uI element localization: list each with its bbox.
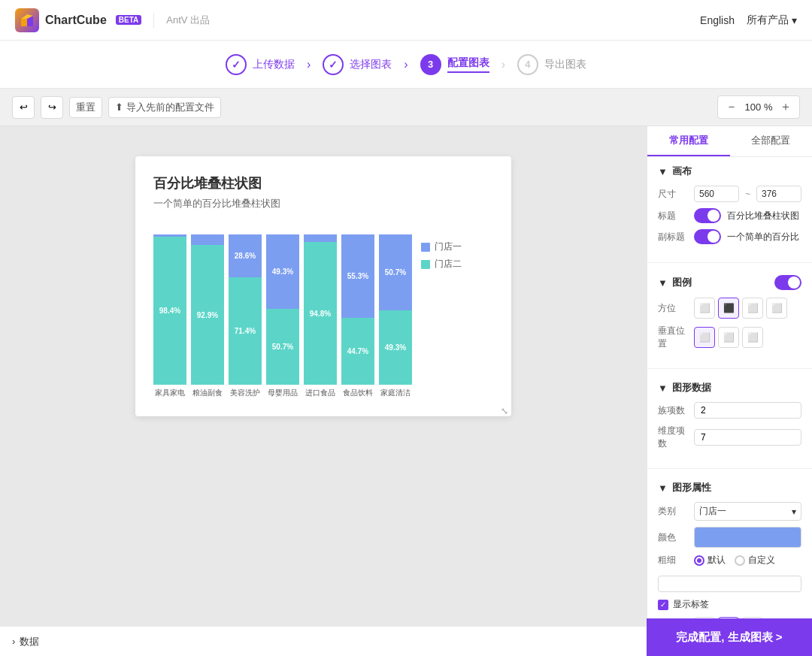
checkmark-icon-2: ✓ <box>329 59 338 71</box>
title-label: 标题 <box>658 210 688 222</box>
category-select[interactable]: 门店一 ▾ <box>694 502 801 521</box>
logo: ChartCube BETA <box>15 8 141 32</box>
tab-common[interactable]: 常用配置 <box>647 126 730 156</box>
chevron-down-icon-2: ▾ <box>792 506 796 517</box>
header-right: English 所有产品 ▾ <box>700 14 797 27</box>
thickness-custom-radio[interactable]: 自定义 <box>735 554 775 567</box>
color-label: 颜色 <box>658 531 688 544</box>
zoom-control: － 100 % ＋ <box>717 95 800 119</box>
redo-button[interactable]: ↪ <box>41 96 63 119</box>
thickness-default-radio[interactable]: 默认 <box>694 554 726 567</box>
reset-button[interactable]: 重置 <box>69 97 102 118</box>
step-3[interactable]: 3 配置图表 <box>420 54 489 75</box>
legend-color-2 <box>421 260 430 269</box>
bar-segment-green: 98.4% <box>153 237 186 385</box>
steps-bar: ✓ 上传数据 › ✓ 选择图表 › 3 配置图表 › 4 导出图表 <box>0 41 812 89</box>
chart-title: 百分比堆叠柱状图 <box>153 174 493 192</box>
dim-input[interactable] <box>694 429 801 446</box>
zoom-out-button[interactable]: － <box>726 99 738 115</box>
lang-button[interactable]: English <box>700 14 735 26</box>
step-4[interactable]: 4 导出图表 <box>517 54 586 75</box>
props-section-header[interactable]: ▼ 图形属性 <box>658 481 801 494</box>
legend-vertical-label: 垂直位置 <box>658 325 688 350</box>
pos-left-btn[interactable]: ⬜ <box>694 298 715 319</box>
undo-button[interactable]: ↩ <box>12 96 35 119</box>
bar-segment-blue: 50.7% <box>379 234 412 310</box>
step-2[interactable]: ✓ 选择图表 <box>323 54 392 75</box>
chart-container: 98.4%家具家电92.9%粮油副食28.6%71.4%美容洗护49.3%50.… <box>153 225 412 398</box>
size-width-input[interactable] <box>694 186 739 202</box>
canvas-section-header[interactable]: ▼ 画布 <box>658 165 801 178</box>
legend-section-header[interactable]: ▼ 图例 <box>658 275 801 290</box>
subtitle-field: 副标题 一个简单的百分比 <box>658 229 801 244</box>
legend-vertical-group: ⬜ ⬜ ⬜ <box>694 327 763 348</box>
bar-group: 98.4%家具家电 <box>153 234 186 398</box>
subtitle-toggle[interactable] <box>694 229 721 244</box>
chevron-down-icon: ▾ <box>792 14 797 26</box>
complete-button[interactable]: 完成配置, 生成图表 > <box>647 618 812 656</box>
pos-top-btn[interactable]: ⬛ <box>718 298 739 319</box>
all-products-button[interactable]: 所有产品 ▾ <box>747 14 797 27</box>
import-config-button[interactable]: ⬆ 导入先前的配置文件 <box>108 97 221 118</box>
pos-right-btn[interactable]: ⬜ <box>742 298 763 319</box>
data-label: 数据 <box>20 635 39 648</box>
subtitle-label: 副标题 <box>658 231 688 243</box>
props-section: ▼ 图形属性 类别 门店一 ▾ 颜色 粗细 默认 <box>647 473 812 626</box>
bar-segment-blue: 55.3% <box>341 234 374 318</box>
main-content: 百分比堆叠柱状图 一个简单的百分比堆叠柱状图 98.4%家具家电92.9%粮油副… <box>0 126 812 626</box>
series-input[interactable] <box>694 402 801 419</box>
bar-segment-green: 44.7% <box>341 318 374 385</box>
step-arrow-3: › <box>501 58 505 71</box>
divider-3 <box>647 468 812 469</box>
bar-label: 家具家电 <box>155 388 185 398</box>
legend-label-1: 门店一 <box>435 240 462 253</box>
logo-text: ChartCube <box>45 14 107 27</box>
bar-group: 28.6%71.4%美容洗护 <box>229 234 262 398</box>
vert-bot-btn[interactable]: ⬜ <box>742 327 763 348</box>
size-height-input[interactable] <box>756 186 801 202</box>
bar-label: 进口食品 <box>305 388 335 398</box>
bar-segment-blue: 28.6% <box>229 234 262 277</box>
legend-item-2: 门店二 <box>421 258 462 271</box>
tab-all[interactable]: 全部配置 <box>730 126 813 156</box>
step-2-circle: ✓ <box>323 54 344 75</box>
divider-1 <box>647 262 812 263</box>
bar-segment-blue <box>191 234 224 245</box>
show-label-checkbox[interactable]: 显示标签 <box>658 598 801 611</box>
size-label: 尺寸 <box>658 188 688 201</box>
checkmark-icon: ✓ <box>232 59 241 71</box>
chart-subtitle: 一个简单的百分比堆叠柱状图 <box>153 197 493 210</box>
thickness-custom-input[interactable] <box>658 576 801 592</box>
logo-icon <box>15 8 39 32</box>
step-1[interactable]: ✓ 上传数据 <box>226 54 295 75</box>
step-4-circle: 4 <box>517 54 538 75</box>
bar-group: 50.7%49.3%家庭清洁 <box>379 234 412 398</box>
step-1-label: 上传数据 <box>253 58 295 71</box>
canvas-section: ▼ 画布 尺寸 ~ 标题 百分比堆叠柱状图 副标题 一个简单的百分比 <box>647 157 812 258</box>
step-3-circle: 3 <box>420 54 441 75</box>
bar-label: 美容洗护 <box>230 388 260 398</box>
bar-label: 粮油副食 <box>192 388 223 398</box>
thickness-radio-group: 默认 自定义 <box>694 554 775 567</box>
zoom-in-button[interactable]: ＋ <box>780 99 792 115</box>
thickness-custom-label: 自定义 <box>748 554 775 567</box>
radio-dot-custom <box>735 555 745 566</box>
vert-mid-btn[interactable]: ⬜ <box>718 327 739 348</box>
bar-label: 家庭清洁 <box>380 388 411 398</box>
legend-toggle[interactable] <box>774 275 801 290</box>
divider-2 <box>647 368 812 369</box>
step-4-label: 导出图表 <box>544 58 586 71</box>
undo-icon: ↩ <box>20 101 28 113</box>
reset-label: 重置 <box>76 101 95 114</box>
import-icon: ⬆ <box>115 101 123 113</box>
show-label-check-icon <box>658 600 668 610</box>
color-swatch[interactable] <box>694 527 801 548</box>
import-label: 导入先前的配置文件 <box>126 101 214 114</box>
data-section-header[interactable]: ▼ 图形数据 <box>658 381 801 395</box>
vert-top-btn[interactable]: ⬜ <box>694 327 715 348</box>
toolbar: ↩ ↪ 重置 ⬆ 导入先前的配置文件 － 100 % ＋ <box>0 89 812 126</box>
title-toggle[interactable] <box>694 208 721 223</box>
pos-bottom-btn[interactable]: ⬜ <box>766 298 787 319</box>
data-toggle[interactable]: › 数据 <box>12 635 39 648</box>
resize-handle[interactable]: ⤡ <box>501 406 508 413</box>
